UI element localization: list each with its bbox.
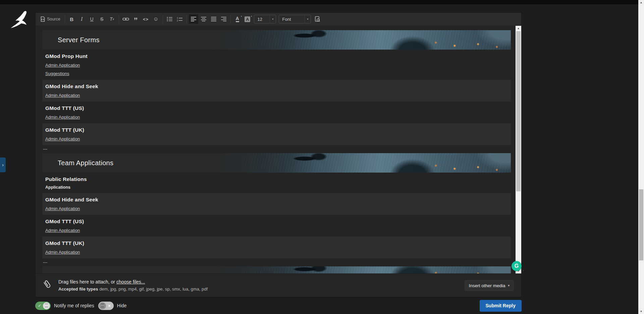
bulleted-list-icon <box>167 17 173 21</box>
forum-link[interactable]: Admin Application <box>45 228 80 233</box>
text-divider: --- <box>42 145 511 153</box>
toolbar-separator <box>163 15 163 23</box>
forum-group: GMod TTT (UK) Admin Application <box>42 123 511 145</box>
preview-button[interactable] <box>313 14 322 24</box>
background-color-button[interactable]: A ▾ <box>243 14 252 24</box>
caret-down-icon: ▾ <box>305 15 311 23</box>
align-center-button[interactable] <box>199 14 208 24</box>
emoji-button[interactable]: ☺ <box>151 14 161 24</box>
forum-link[interactable]: Admin Application <box>45 92 80 98</box>
numbered-list-icon: 1 2 <box>177 17 183 21</box>
toolbar-separator <box>119 15 119 23</box>
chevron-right-icon: › <box>2 162 4 168</box>
caret-down-icon: ▾ <box>508 284 509 287</box>
forum-link[interactable]: Admin Application <box>45 206 80 211</box>
toggle-knob <box>99 302 106 309</box>
section-banner-team-applications: Team Applications <box>42 153 511 173</box>
check-icon: ✓ <box>38 303 41 308</box>
group-name: GMod Hide and Seek <box>45 196 508 203</box>
forum-link[interactable]: Suggestions <box>45 71 69 76</box>
section-title: Server Forms <box>58 36 100 44</box>
forum-group: GMod TTT (US) Admin Application <box>42 215 511 237</box>
top-bar <box>0 0 638 4</box>
editor-toolbar: Source B I U S Tx ” <> ☺ 1 2 <box>36 13 521 26</box>
justify-button[interactable] <box>209 14 218 24</box>
forum-group: GMod Hide and Seek Admin Application <box>42 80 511 102</box>
caret-down-icon: ▾ <box>523 269 524 272</box>
accepted-types-label: Accepted file types <box>58 287 98 292</box>
page-scrollbar-thumb[interactable] <box>639 189 643 260</box>
notify-replies-toggle[interactable]: ✓ <box>35 302 51 310</box>
svg-text:1: 1 <box>177 17 178 19</box>
numbered-list-button[interactable]: 1 2 <box>175 14 184 24</box>
strikethrough-button[interactable]: S <box>97 14 107 24</box>
italic-button[interactable]: I <box>77 14 87 24</box>
forum-link[interactable]: Admin Application <box>45 249 80 255</box>
reply-options-row: ✓ Notify me of replies × Hide Submit Rep… <box>35 299 522 312</box>
preview-icon <box>314 16 320 22</box>
link-icon <box>122 17 129 21</box>
x-icon: × <box>108 303 111 308</box>
choose-files-link[interactable]: choose files... <box>116 279 145 285</box>
group-name: GMod TTT (US) <box>45 218 508 225</box>
code-snippet-button[interactable]: <> <box>141 14 151 24</box>
forum-link[interactable]: Admin Application <box>45 62 80 68</box>
submit-reply-button[interactable]: Submit Reply <box>480 300 522 312</box>
caret-down-icon: ▾ <box>241 15 242 18</box>
text-color-button[interactable]: A ▾ <box>233 14 242 24</box>
svg-text:2: 2 <box>177 19 178 21</box>
forum-link[interactable]: Admin Application <box>45 136 80 142</box>
insert-other-media-button[interactable]: Insert other media ▾ <box>465 280 514 291</box>
source-icon <box>41 16 45 22</box>
link-button[interactable] <box>121 14 130 24</box>
editor-content-area[interactable]: Server Forms GMod Prop Hunt Admin Applic… <box>36 26 521 273</box>
bulleted-list-button[interactable] <box>165 14 174 24</box>
group-name: GMod Prop Hunt <box>45 53 508 60</box>
forum-group: Public Relations Applications <box>42 173 511 193</box>
group-name: GMod TTT (UK) <box>45 240 508 247</box>
scroll-up-icon[interactable]: ▲ <box>638 1 644 4</box>
reply-editor: Source B I U S Tx ” <> ☺ 1 2 <box>35 12 522 297</box>
align-right-button[interactable] <box>219 14 228 24</box>
scroll-up-icon[interactable]: ▲ <box>516 27 521 30</box>
blockquote-button[interactable]: ” <box>131 14 141 24</box>
accepted-types-list: dem, jpg, png, mp4, gif, jpeg, jpe, sp, … <box>99 287 208 292</box>
attachment-text: Drag files here to attach, orchoose file… <box>58 279 208 292</box>
remove-format-button[interactable]: Tx <box>107 14 117 24</box>
text-divider: --- <box>42 258 511 266</box>
bird-logo <box>9 9 30 30</box>
post-body: Server Forms GMod Prop Hunt Admin Applic… <box>42 30 511 273</box>
toolbar-separator <box>230 15 231 23</box>
grammarly-button[interactable]: G ▾ <box>512 261 522 271</box>
group-name: GMod Hide and Seek <box>45 83 508 90</box>
hide-label: Hide <box>117 303 127 308</box>
forum-link[interactable]: Admin Application <box>45 114 80 120</box>
section-banner-server-forms: Server Forms <box>42 30 511 50</box>
section-title: Team Applications <box>58 159 113 167</box>
editor-scrollbar-thumb[interactable] <box>516 31 521 191</box>
notify-replies-label: Notify me of replies <box>54 303 94 308</box>
forum-group: GMod Prop Hunt Admin Application Suggest… <box>42 50 511 80</box>
forum-group: GMod TTT (US) Admin Application <box>42 102 511 123</box>
font-family-select[interactable]: Font ▾ <box>279 15 311 23</box>
attachment-bar: Drag files here to attach, orchoose file… <box>36 273 521 297</box>
hide-toggle[interactable]: × <box>98 302 114 310</box>
page-scrollbar[interactable]: ▲ ▼ <box>638 0 644 314</box>
sidebar-expand-tab[interactable]: › <box>0 158 6 172</box>
align-left-button[interactable] <box>189 14 198 24</box>
font-size-select[interactable]: 12 ▾ <box>254 15 276 23</box>
source-button[interactable]: Source <box>38 14 63 24</box>
bold-button[interactable]: B <box>67 14 76 24</box>
underline-button[interactable]: U <box>87 14 97 24</box>
toolbar-separator <box>65 15 65 23</box>
forum-group: GMod Hide and Seek Admin Application <box>42 193 511 215</box>
editor-scrollbar[interactable]: ▲ ▼ <box>516 26 521 273</box>
align-right-icon <box>221 17 226 21</box>
group-sublabel: Applications <box>45 185 508 190</box>
toggle-knob <box>43 302 50 309</box>
forum-group: GMod TTT (UK) Admin Application <box>42 237 511 258</box>
justify-icon <box>211 17 216 21</box>
scroll-down-icon[interactable]: ▼ <box>638 310 644 313</box>
section-banner-partial <box>42 266 511 273</box>
toolbar-separator <box>186 15 187 23</box>
